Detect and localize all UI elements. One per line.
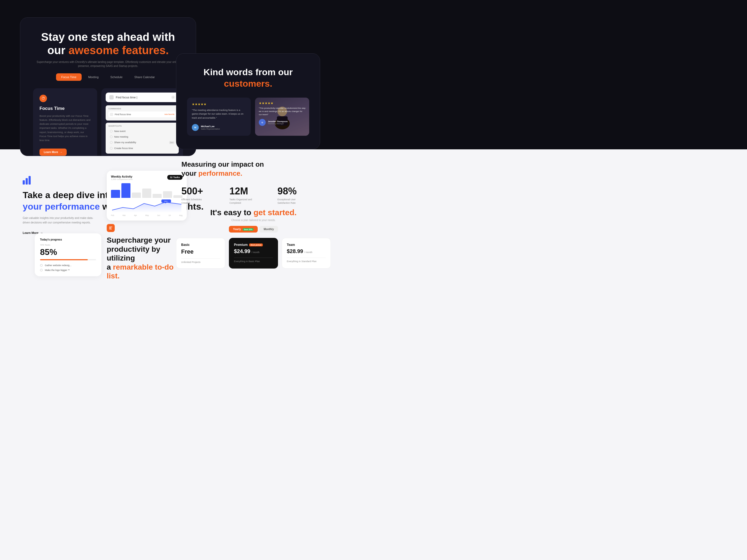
billing-yearly-btn[interactable]: Yearly Save 20% bbox=[229, 226, 258, 233]
progress-bar-fill bbox=[40, 259, 88, 260]
close-icon[interactable]: × bbox=[171, 96, 175, 99]
testimonial-1: ★★★★★ "The meeting attendance tracking f… bbox=[187, 98, 251, 136]
features-title: Stay one step ahead with our awesome fea… bbox=[33, 30, 183, 57]
title-line1: Stay one step ahead with bbox=[41, 31, 175, 43]
plan-premium: Premium Most picked $24.99 / month Every… bbox=[229, 238, 278, 269]
search-icon bbox=[109, 95, 114, 100]
author-2: G Jennifer Thompson Marketing Manager bbox=[259, 119, 306, 126]
command-icon bbox=[110, 113, 113, 116]
command-item[interactable]: Find focus time new favorite bbox=[108, 111, 176, 117]
pricing-subtitle: Choose a plan tailored to your needs. bbox=[176, 219, 331, 221]
pricing-section: It's easy to get started. Choose a plan … bbox=[176, 208, 331, 269]
feature-tabs: Focus Time Meeting Schedule Share Calend… bbox=[33, 73, 183, 81]
plan-basic: Basic Free Unlimited Projects bbox=[176, 238, 225, 269]
task-item-2: Make the logo bigger ** bbox=[40, 269, 96, 271]
progress-percent: 85% bbox=[40, 247, 96, 257]
metric-1: 500+ Efficient SchedulesCreated bbox=[181, 186, 224, 205]
tab-meeting[interactable]: Meeting bbox=[83, 73, 104, 81]
plan-team-features: Everything in Standard Plan bbox=[287, 258, 326, 263]
svg-text:50%↑: 50%↑ bbox=[164, 201, 168, 202]
photo-overlay: ★★★★★ "This productivity calendar revolu… bbox=[255, 98, 309, 136]
tab-schedule[interactable]: Schedule bbox=[105, 73, 128, 81]
performance-desc: Gain valuable insights into your product… bbox=[23, 216, 97, 225]
billing-toggle: Yearly Save 20% Monthly bbox=[176, 226, 331, 233]
bar-4 bbox=[142, 189, 151, 198]
bar-7 bbox=[174, 195, 182, 198]
plan-team-price: $28.99 / month bbox=[287, 248, 326, 255]
metrics-section: Measuring our impact on your performance… bbox=[181, 160, 320, 205]
weekly-activity-subtitle: 1,000 comparison time bbox=[111, 178, 133, 181]
svg-rect-8 bbox=[109, 229, 112, 229]
shortcut-dot-icon bbox=[110, 130, 112, 133]
plan-basic-name: Basic bbox=[181, 243, 220, 247]
testimonial-2: ★★★★★ "This productivity calendar revolu… bbox=[255, 98, 309, 136]
pricing-heading: It's easy to get started. bbox=[176, 208, 331, 217]
shortcut-dot-icon bbox=[110, 135, 112, 138]
progress-title: Today's progress bbox=[40, 238, 96, 241]
metric-1-label: Efficient SchedulesCreated bbox=[181, 198, 224, 205]
plan-premium-price: $24.99 / month bbox=[234, 248, 273, 255]
focus-time-icon: ⏱ bbox=[40, 95, 47, 102]
weekly-bar-chart bbox=[111, 183, 182, 198]
arrow-icon: → bbox=[60, 151, 62, 154]
testimonial-2-wrapper: ★★★★★ "This productivity calendar revolu… bbox=[255, 98, 309, 136]
bar-1 bbox=[111, 190, 120, 198]
commands-section: Commands Find focus time new favorite bbox=[106, 105, 179, 121]
most-picked-badge: Most picked bbox=[249, 243, 262, 246]
plan-basic-features: Unlimited Projects bbox=[181, 259, 220, 264]
search-bar[interactable]: Find focus time | × bbox=[106, 92, 179, 102]
author-avatar-1: M bbox=[192, 124, 199, 131]
shortcut-availability[interactable]: Share my availability Dev bbox=[108, 140, 176, 145]
todo-icon bbox=[107, 224, 115, 232]
features-subtitle: Supercharge your ventures with Chronify'… bbox=[33, 60, 183, 68]
stars-1: ★★★★★ bbox=[192, 102, 246, 106]
task-item-1: Gather website redesig... bbox=[40, 264, 96, 267]
feature-panels: ⏱ Focus Time Boost your productivity wit… bbox=[33, 88, 183, 156]
shortcut-dot-icon bbox=[110, 141, 112, 144]
shortcut-dot-icon bbox=[110, 147, 112, 150]
testimonials-row: ★★★★★ "The meeting attendance tracking f… bbox=[187, 98, 309, 136]
weekly-activity-title: Weekly Activity bbox=[111, 175, 133, 178]
plan-team-name: Team bbox=[287, 243, 326, 247]
testimonials-title: Kind words from our customers. bbox=[187, 66, 309, 89]
plan-team: Team $28.99 / month Everything in Standa… bbox=[282, 238, 331, 269]
bar-6 bbox=[163, 191, 172, 198]
billing-monthly-btn[interactable]: Monthly bbox=[259, 226, 278, 233]
svg-rect-7 bbox=[109, 228, 111, 228]
plan-premium-name: Premium bbox=[234, 243, 248, 247]
learn-more-button[interactable]: Learn More → bbox=[40, 149, 67, 156]
tasks-label: 70% Tasks bbox=[40, 244, 96, 246]
plan-premium-features: Everything in Basic Plan bbox=[234, 258, 273, 263]
focus-time-desc: Boost your productivity with our Focus T… bbox=[40, 114, 91, 142]
save-badge: Save 20% bbox=[243, 228, 253, 231]
stars-2: ★★★★★ bbox=[259, 101, 306, 105]
line-chart: 50%↑ bbox=[111, 199, 182, 213]
tab-focus-time[interactable]: Focus Time bbox=[56, 73, 82, 81]
shortcut-focus[interactable]: Create focus time bbox=[108, 146, 176, 151]
metric-3: 98% Exceptional UserSatisfaction Rate bbox=[278, 186, 320, 205]
bar-5 bbox=[153, 194, 162, 198]
shortcut-new-event[interactable]: New event bbox=[108, 129, 176, 134]
bar-3 bbox=[132, 192, 141, 198]
metrics-heading: Measuring our impact on your performance… bbox=[181, 160, 320, 178]
task-radio-1[interactable] bbox=[40, 264, 43, 267]
search-interface-panel: Find focus time | × Commands Find focus … bbox=[101, 88, 183, 156]
metric-2-label: Tasks Organized andCompleted bbox=[229, 198, 272, 205]
shortcuts-section: Shortcuts New event New meeting Share my… bbox=[106, 123, 179, 154]
weekly-activity-card: Weekly Activity 1,000 comparison time 32… bbox=[107, 171, 187, 220]
tasks-badge: 32 Tasks bbox=[167, 175, 182, 180]
shortcut-new-meeting[interactable]: New meeting bbox=[108, 134, 176, 139]
todo-heading: Supercharge your productivity by utilizi… bbox=[107, 236, 187, 281]
metrics-grid: 500+ Efficient SchedulesCreated 12M Task… bbox=[181, 186, 320, 205]
task-radio-2[interactable] bbox=[40, 269, 43, 271]
focus-time-title: Focus Time bbox=[40, 106, 91, 111]
bar-2 bbox=[121, 183, 130, 198]
axis-labels: Feb Mar Apr May Jun Jul Aug bbox=[111, 214, 182, 216]
metric-3-label: Exceptional UserSatisfaction Rate bbox=[278, 198, 320, 205]
testimonials-card: Kind words from our customers. ★★★★★ "Th… bbox=[176, 53, 320, 149]
svg-rect-6 bbox=[109, 227, 112, 227]
todo-section: Supercharge your productivity by utilizi… bbox=[107, 224, 187, 281]
plan-basic-price: Free bbox=[181, 248, 220, 255]
progress-card: Today's progress 70% Tasks 85% Gather we… bbox=[35, 233, 101, 276]
tab-share-calendar[interactable]: Share Calendar bbox=[129, 73, 160, 81]
